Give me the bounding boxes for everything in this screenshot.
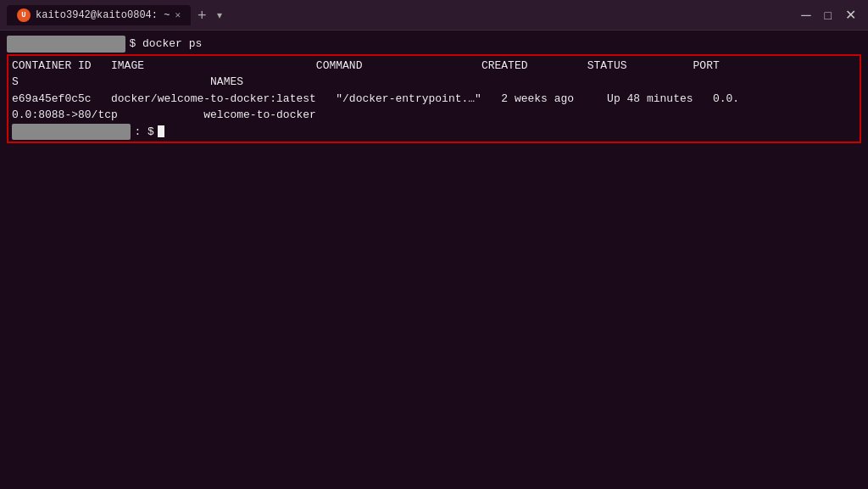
tab-label: kaito3942@kaito0804: ~ bbox=[36, 9, 170, 21]
command-text: $ docker ps bbox=[129, 36, 202, 53]
ubuntu-icon: U bbox=[17, 8, 31, 22]
blurred-username-2 bbox=[12, 124, 131, 141]
table-header-row2: S NAMES bbox=[8, 74, 860, 91]
table-data-row1: e69a45ef0c5c docker/welcome-to-docker:la… bbox=[8, 91, 860, 108]
table-header-row1: CONTAINER ID IMAGE COMMAND CREATED STATU… bbox=[8, 58, 860, 75]
terminal-cursor bbox=[158, 125, 164, 137]
titlebar: U kaito3942@kaito0804: ~ ✕ + ▾ ─ □ ✕ bbox=[0, 0, 868, 31]
minimize-button[interactable]: ─ bbox=[796, 8, 815, 22]
terminal-area: $ docker ps CONTAINER ID IMAGE COMMAND C… bbox=[0, 31, 868, 150]
maximize-button[interactable]: □ bbox=[820, 8, 837, 22]
window-controls: ─ □ ✕ bbox=[796, 8, 861, 22]
table-data-row2: 0.0:8088->80/tcp welcome-to-docker bbox=[8, 107, 860, 124]
command-prompt-line: $ docker ps bbox=[7, 36, 861, 53]
blurred-username bbox=[7, 36, 125, 53]
prompt-suffix: : $ bbox=[134, 124, 153, 141]
tab-dropdown-button[interactable]: ▾ bbox=[214, 9, 225, 21]
close-button[interactable]: ✕ bbox=[840, 8, 861, 22]
second-prompt-line: : $ bbox=[8, 124, 860, 141]
tab-area: U kaito3942@kaito0804: ~ ✕ + ▾ bbox=[7, 5, 225, 25]
new-tab-button[interactable]: + bbox=[194, 8, 210, 23]
tab-close-icon[interactable]: ✕ bbox=[175, 9, 181, 20]
titlebar-left: U kaito3942@kaito0804: ~ ✕ + ▾ bbox=[7, 5, 225, 25]
docker-ps-output: CONTAINER ID IMAGE COMMAND CREATED STATU… bbox=[7, 54, 861, 144]
active-tab[interactable]: U kaito3942@kaito0804: ~ ✕ bbox=[7, 5, 191, 25]
